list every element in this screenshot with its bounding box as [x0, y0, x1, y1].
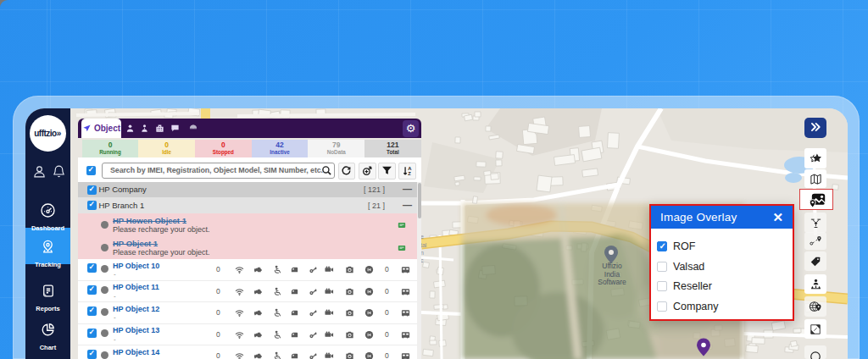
- svg-text:tal: tal: [420, 242, 427, 248]
- svg-text:Uffizio: Uffizio: [602, 262, 622, 270]
- svg-text:India: India: [604, 270, 620, 279]
- svg-text:Software: Software: [598, 278, 626, 286]
- svg-text:Z: Z: [408, 171, 411, 176]
- svg-text:A: A: [408, 166, 412, 171]
